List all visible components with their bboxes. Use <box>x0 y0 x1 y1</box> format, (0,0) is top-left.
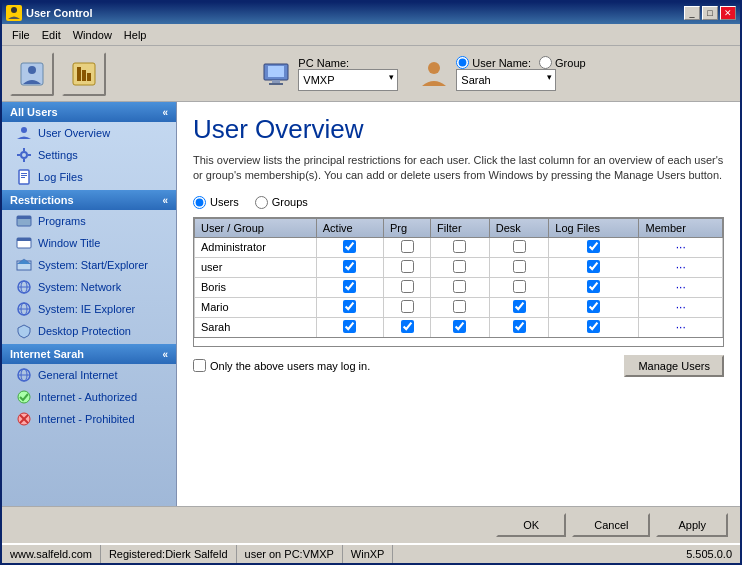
checkbox-active[interactable] <box>343 280 356 293</box>
checkbox-logfiles[interactable] <box>587 260 600 273</box>
member-details-button[interactable]: ··· <box>674 280 688 294</box>
group-radio-label[interactable]: Group <box>539 56 586 69</box>
groups-radio-label[interactable]: Groups <box>255 196 308 209</box>
checkbox-desk[interactable] <box>513 300 526 313</box>
member-details-button[interactable]: ··· <box>674 240 688 254</box>
menu-file[interactable]: File <box>6 27 36 43</box>
cell-logfiles[interactable] <box>549 237 639 257</box>
maximize-button[interactable]: □ <box>702 6 718 20</box>
checkbox-active[interactable] <box>343 320 356 333</box>
apply-button[interactable]: Apply <box>656 513 728 537</box>
checkbox-filter[interactable] <box>453 240 466 253</box>
sidebar-item-programs[interactable]: Programs <box>2 210 176 232</box>
cell-prg[interactable] <box>383 317 430 337</box>
checkbox-prg[interactable] <box>401 260 414 273</box>
cell-logfiles[interactable] <box>549 317 639 337</box>
cell-desk[interactable] <box>489 257 549 277</box>
checkbox-logfiles[interactable] <box>587 300 600 313</box>
cell-member[interactable]: ··· <box>639 277 723 297</box>
close-button[interactable]: ✕ <box>720 6 736 20</box>
checkbox-logfiles[interactable] <box>587 240 600 253</box>
manage-users-button[interactable]: Manage Users <box>624 355 724 377</box>
checkbox-prg[interactable] <box>401 280 414 293</box>
cell-member[interactable]: ··· <box>639 237 723 257</box>
ok-button[interactable]: OK <box>496 513 566 537</box>
minimize-button[interactable]: _ <box>684 6 700 20</box>
sidebar-item-desktop-protection[interactable]: Desktop Protection <box>2 320 176 342</box>
checkbox-active[interactable] <box>343 260 356 273</box>
cancel-button[interactable]: Cancel <box>572 513 650 537</box>
sidebar-item-window-title[interactable]: Window Title <box>2 232 176 254</box>
pc-name-select[interactable]: VMXP <box>298 69 398 91</box>
cell-desk[interactable] <box>489 317 549 337</box>
cell-active[interactable] <box>316 277 383 297</box>
sidebar-header-all-users[interactable]: All Users « <box>2 102 176 122</box>
sidebar-item-network[interactable]: System: Network <box>2 276 176 298</box>
cell-prg[interactable] <box>383 237 430 257</box>
user-select[interactable]: Sarah <box>456 69 556 91</box>
cell-desk[interactable] <box>489 237 549 257</box>
cell-logfiles[interactable] <box>549 297 639 317</box>
users-radio-label[interactable]: Users <box>193 196 239 209</box>
checkbox-logfiles[interactable] <box>587 280 600 293</box>
checkbox-prg[interactable] <box>401 300 414 313</box>
checkbox-prg[interactable] <box>401 240 414 253</box>
checkbox-desk[interactable] <box>513 260 526 273</box>
cell-prg[interactable] <box>383 277 430 297</box>
home-toolbar-button[interactable] <box>10 52 54 96</box>
cell-filter[interactable] <box>431 297 490 317</box>
cell-active[interactable] <box>316 257 383 277</box>
cell-member[interactable]: ··· <box>639 317 723 337</box>
checkbox-desk[interactable] <box>513 280 526 293</box>
user-radio[interactable] <box>456 56 469 69</box>
sidebar-item-start-explorer[interactable]: System: Start/Explorer <box>2 254 176 276</box>
cell-active[interactable] <box>316 237 383 257</box>
sidebar-item-internet-prohibited[interactable]: Internet - Prohibited <box>2 408 176 430</box>
cell-desk[interactable] <box>489 277 549 297</box>
cell-member[interactable]: ··· <box>639 257 723 277</box>
user-radio-label[interactable]: User Name: <box>456 56 531 69</box>
cell-logfiles[interactable] <box>549 277 639 297</box>
checkbox-logfiles[interactable] <box>587 320 600 333</box>
sidebar-header-restrictions[interactable]: Restrictions « <box>2 190 176 210</box>
sidebar-item-settings[interactable]: Settings <box>2 144 176 166</box>
cell-active[interactable] <box>316 317 383 337</box>
cell-logfiles[interactable] <box>549 257 639 277</box>
checkbox-filter[interactable] <box>453 280 466 293</box>
cell-filter[interactable] <box>431 277 490 297</box>
cell-filter[interactable] <box>431 237 490 257</box>
checkbox-filter[interactable] <box>453 300 466 313</box>
menu-edit[interactable]: Edit <box>36 27 67 43</box>
cell-filter[interactable] <box>431 317 490 337</box>
cell-filter[interactable] <box>431 257 490 277</box>
checkbox-active[interactable] <box>343 300 356 313</box>
cell-active[interactable] <box>316 297 383 317</box>
member-details-button[interactable]: ··· <box>674 300 688 314</box>
checkbox-active[interactable] <box>343 240 356 253</box>
sidebar-item-log-files[interactable]: Log Files <box>2 166 176 188</box>
users-radio-input[interactable] <box>193 196 206 209</box>
checkbox-filter[interactable] <box>453 320 466 333</box>
cell-member[interactable]: ··· <box>639 297 723 317</box>
sidebar-header-internet-sarah[interactable]: Internet Sarah « <box>2 344 176 364</box>
checkbox-desk[interactable] <box>513 320 526 333</box>
cell-desk[interactable] <box>489 297 549 317</box>
menu-window[interactable]: Window <box>67 27 118 43</box>
groups-radio-input[interactable] <box>255 196 268 209</box>
cell-prg[interactable] <box>383 257 430 277</box>
checkbox-prg[interactable] <box>401 320 414 333</box>
group-radio[interactable] <box>539 56 552 69</box>
sidebar-item-internet-authorized[interactable]: Internet - Authorized <box>2 386 176 408</box>
member-details-button[interactable]: ··· <box>674 320 688 334</box>
settings-toolbar-button[interactable] <box>62 52 106 96</box>
menu-help[interactable]: Help <box>118 27 153 43</box>
checkbox-desk[interactable] <box>513 240 526 253</box>
only-users-checkbox-label[interactable]: Only the above users may log in. <box>193 359 370 372</box>
cell-prg[interactable] <box>383 297 430 317</box>
checkbox-filter[interactable] <box>453 260 466 273</box>
sidebar-item-ie-explorer[interactable]: System: IE Explorer <box>2 298 176 320</box>
only-users-checkbox[interactable] <box>193 359 206 372</box>
sidebar-item-user-overview[interactable]: User Overview <box>2 122 176 144</box>
member-details-button[interactable]: ··· <box>674 260 688 274</box>
sidebar-item-general-internet[interactable]: General Internet <box>2 364 176 386</box>
